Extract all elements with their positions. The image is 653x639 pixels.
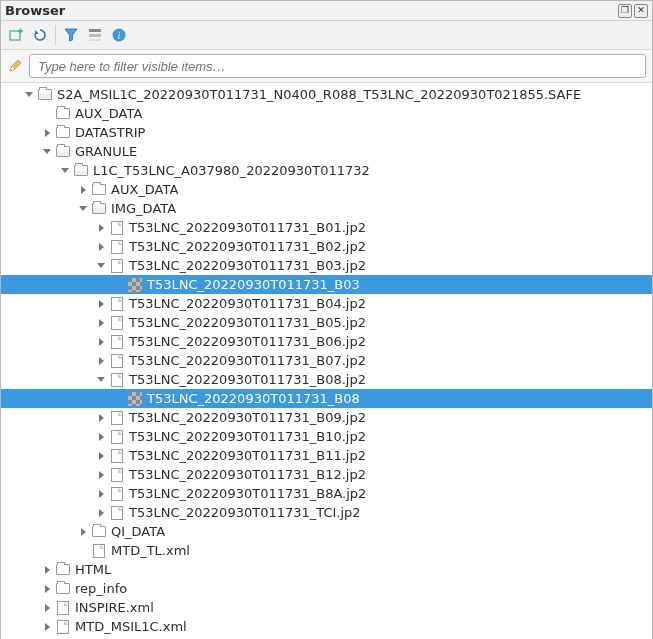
expander-closed-icon[interactable] — [95, 241, 107, 253]
file-b10[interactable]: T53LNC_20220930T011731_B10.jp2 — [1, 427, 652, 446]
expander-closed-icon[interactable] — [95, 431, 107, 443]
expander-closed-icon[interactable] — [95, 412, 107, 424]
expander-closed-icon[interactable] — [95, 355, 107, 367]
file-b07[interactable]: T53LNC_20220930T011731_B07.jp2 — [1, 351, 652, 370]
folder-datastrip[interactable]: DATASTRIP — [1, 123, 652, 142]
close-icon[interactable]: ✕ — [634, 4, 648, 18]
folder-l1c[interactable]: L1C_T53LNC_A037980_20220930T011732 — [1, 161, 652, 180]
raster-b03[interactable]: T53LNC_20220930T011731_B03 — [1, 275, 652, 294]
filter-input[interactable] — [29, 54, 646, 78]
tree-item-label: MTD_MSIL1C.xml — [75, 619, 187, 634]
file-b08[interactable]: T53LNC_20220930T011731_B08.jp2 — [1, 370, 652, 389]
expander-closed-icon[interactable] — [41, 621, 53, 633]
file-b06[interactable]: T53LNC_20220930T011731_B06.jp2 — [1, 332, 652, 351]
file-b8a[interactable]: T53LNC_20220930T011731_B8A.jp2 — [1, 484, 652, 503]
file-stack-icon — [109, 353, 125, 369]
filter-icon[interactable] — [62, 26, 80, 44]
folder-html[interactable]: HTML — [1, 560, 652, 579]
folder-granule[interactable]: GRANULE — [1, 142, 652, 161]
tree-item-label: T53LNC_20220930T011731_B03.jp2 — [129, 258, 366, 273]
tree-item-label: T53LNC_20220930T011731_B09.jp2 — [129, 410, 366, 425]
browser-panel: Browser ❐ ✕ — [0, 0, 653, 639]
tree-item-label: S2A_MSIL1C_20220930T011731_N0400_R088_T5… — [57, 87, 581, 102]
file-stack-icon — [109, 239, 125, 255]
expander-open-icon[interactable] — [41, 146, 53, 158]
tree-item-label: AUX_DATA — [111, 182, 178, 197]
file-stack-icon — [109, 505, 125, 521]
file-b05[interactable]: T53LNC_20220930T011731_B05.jp2 — [1, 313, 652, 332]
file-b11[interactable]: T53LNC_20220930T011731_B11.jp2 — [1, 446, 652, 465]
collapse-all-icon[interactable] — [86, 26, 104, 44]
file-icon — [91, 543, 107, 559]
svg-rect-2 — [89, 34, 101, 37]
expander-closed-icon[interactable] — [41, 564, 53, 576]
tree-item-label: DATASTRIP — [75, 125, 145, 140]
expander-closed-icon[interactable] — [41, 602, 53, 614]
folder-img-data[interactable]: IMG_DATA — [1, 199, 652, 218]
add-layer-icon[interactable] — [7, 26, 25, 44]
filter-row — [1, 50, 652, 83]
svg-rect-0 — [10, 31, 20, 40]
expander-closed-icon[interactable] — [95, 488, 107, 500]
expander-closed-icon[interactable] — [95, 507, 107, 519]
expander-closed-icon[interactable] — [41, 127, 53, 139]
file-stack-icon — [109, 315, 125, 331]
folder-aux-data-2[interactable]: AUX_DATA — [1, 180, 652, 199]
tree-item-label: T53LNC_20220930T011731_B8A.jp2 — [129, 486, 366, 501]
file-b02[interactable]: T53LNC_20220930T011731_B02.jp2 — [1, 237, 652, 256]
expander-open-icon[interactable] — [77, 203, 89, 215]
tree-item-label: HTML — [75, 562, 111, 577]
expander-closed-icon[interactable] — [95, 336, 107, 348]
folder-closed-icon — [55, 125, 71, 141]
folder-closed-icon — [91, 524, 107, 540]
expander-closed-icon[interactable] — [95, 222, 107, 234]
folder-aux-data[interactable]: AUX_DATA — [1, 104, 652, 123]
tree-item-label: QI_DATA — [111, 524, 165, 539]
expander-open-icon[interactable] — [59, 165, 71, 177]
expander-closed-icon[interactable] — [77, 184, 89, 196]
file-stack-icon — [109, 429, 125, 445]
raster-b08[interactable]: T53LNC_20220930T011731_B08 — [1, 389, 652, 408]
toolbar: i — [1, 21, 652, 50]
folder-qi-data[interactable]: QI_DATA — [1, 522, 652, 541]
file-tci[interactable]: T53LNC_20220930T011731_TCI.jp2 — [1, 503, 652, 522]
expander-closed-icon[interactable] — [95, 469, 107, 481]
file-mtd-msil1c[interactable]: MTD_MSIL1C.xml — [1, 617, 652, 636]
toolbar-separator — [55, 25, 56, 45]
folder-safe[interactable]: S2A_MSIL1C_20220930T011731_N0400_R088_T5… — [1, 85, 652, 104]
expander-closed-icon[interactable] — [95, 298, 107, 310]
folder-closed-icon — [55, 581, 71, 597]
expander-closed-icon[interactable] — [41, 583, 53, 595]
folder-rep-info[interactable]: rep_info — [1, 579, 652, 598]
tree-item-label: MTD_TL.xml — [111, 543, 190, 558]
file-b01[interactable]: T53LNC_20220930T011731_B01.jp2 — [1, 218, 652, 237]
expander-open-icon[interactable] — [95, 374, 107, 386]
expander-closed-icon[interactable] — [77, 526, 89, 538]
file-tree[interactable]: S2A_MSIL1C_20220930T011731_N0400_R088_T5… — [1, 83, 652, 639]
file-stack-icon — [109, 448, 125, 464]
svg-rect-3 — [89, 39, 101, 41]
folder-closed-icon — [55, 562, 71, 578]
undock-icon[interactable]: ❐ — [618, 4, 632, 18]
file-b04[interactable]: T53LNC_20220930T011731_B04.jp2 — [1, 294, 652, 313]
svg-rect-1 — [89, 29, 101, 32]
expander-open-icon[interactable] — [95, 260, 107, 272]
expander-closed-icon[interactable] — [95, 450, 107, 462]
tree-item-label: T53LNC_20220930T011731_TCI.jp2 — [129, 505, 361, 520]
file-stack-icon — [109, 220, 125, 236]
file-b03[interactable]: T53LNC_20220930T011731_B03.jp2 — [1, 256, 652, 275]
tree-item-label: T53LNC_20220930T011731_B08.jp2 — [129, 372, 366, 387]
expander-closed-icon[interactable] — [95, 317, 107, 329]
file-mtd-tl[interactable]: MTD_TL.xml — [1, 541, 652, 560]
tree-item-label: T53LNC_20220930T011731_B04.jp2 — [129, 296, 366, 311]
file-b12[interactable]: T53LNC_20220930T011731_B12.jp2 — [1, 465, 652, 484]
file-inspire[interactable]: INSPIRE.xml — [1, 598, 652, 617]
properties-icon[interactable]: i — [110, 26, 128, 44]
file-b09[interactable]: T53LNC_20220930T011731_B09.jp2 — [1, 408, 652, 427]
folder-open-icon — [73, 163, 89, 179]
expander-open-icon[interactable] — [23, 89, 35, 101]
file-stack-icon — [109, 334, 125, 350]
file-stack-icon — [109, 467, 125, 483]
tree-item-label: T53LNC_20220930T011731_B03 — [147, 277, 360, 292]
refresh-icon[interactable] — [31, 26, 49, 44]
